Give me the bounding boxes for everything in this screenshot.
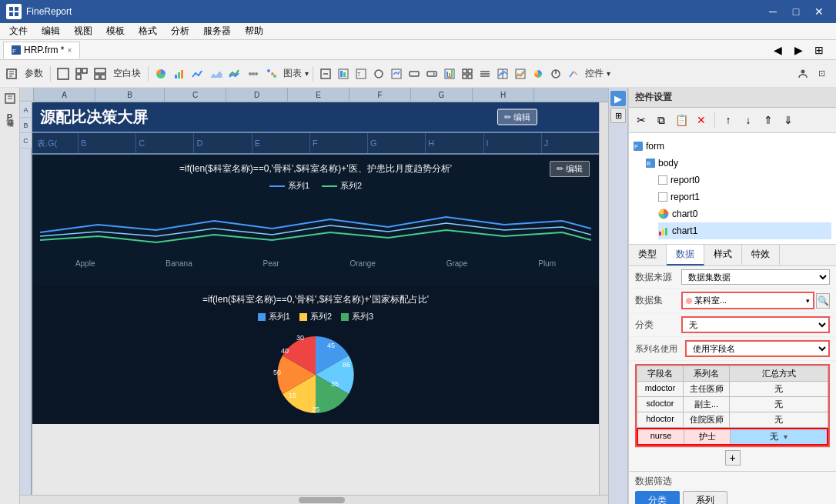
menu-edit[interactable]: 编辑: [35, 23, 66, 39]
rtoolbar-delete[interactable]: ✕: [692, 111, 711, 129]
filter-tabs: 分类 系列: [635, 491, 830, 504]
ctrl-13[interactable]: [530, 65, 547, 82]
tab-style[interactable]: 样式: [704, 245, 742, 265]
left-icon-1[interactable]: [2, 90, 18, 107]
maximize-button[interactable]: □: [785, 3, 807, 20]
left-icon-2[interactable]: P: [2, 108, 18, 125]
chart-area-btn[interactable]: [208, 65, 225, 82]
chart-scatter-btn[interactable]: [263, 65, 280, 82]
tab-data[interactable]: 数据: [667, 245, 704, 265]
ctrl-6[interactable]: [406, 65, 423, 82]
ctrl-1[interactable]: [317, 65, 334, 82]
series-row-2[interactable]: hdoctor 住院医师 无: [637, 412, 828, 428]
tree-form[interactable]: F form: [634, 138, 831, 155]
arrow-right-btn[interactable]: ▶: [789, 41, 808, 59]
menu-server[interactable]: 服务器: [197, 23, 237, 39]
series-row-1[interactable]: sdoctor 副主... 无: [637, 397, 828, 412]
expand2-btn[interactable]: ⊡: [813, 65, 830, 82]
ctrl-3[interactable]: T: [353, 65, 370, 82]
chart-bar-btn[interactable]: [171, 65, 188, 82]
canvas-scroll[interactable]: 源配比决策大屏 ✏ 编辑 表.G( B: [32, 102, 599, 495]
menu-view[interactable]: 视图: [68, 23, 99, 39]
expand-btn[interactable]: ⊞: [810, 41, 828, 59]
agg-3[interactable]: 无 ▾: [731, 429, 827, 444]
panel-toggle-btn[interactable]: ▶: [610, 91, 626, 106]
rtoolbar-cut[interactable]: ✂: [632, 111, 650, 129]
datasource-select[interactable]: 数据集数据: [681, 269, 830, 285]
tab-close-icon[interactable]: ×: [67, 46, 72, 55]
rtoolbar-paste[interactable]: 📋: [672, 111, 691, 129]
series-row-3[interactable]: nurse 护士 无 ▾: [637, 428, 828, 446]
chart-pie-btn[interactable]: [152, 65, 169, 82]
tree-report0[interactable]: report0: [658, 172, 831, 189]
ctrl-7[interactable]: [423, 65, 440, 82]
panel-icon-2[interactable]: ⊞: [610, 108, 626, 123]
chart-line2-btn[interactable]: [226, 65, 243, 82]
tree-body[interactable]: B body: [646, 155, 831, 172]
filter-tab-series[interactable]: 系列: [683, 491, 727, 504]
blank-block-btn1[interactable]: [55, 65, 72, 82]
rtoolbar-down2[interactable]: ⇓: [779, 111, 798, 129]
tree-chart0[interactable]: chart0: [658, 205, 831, 222]
ctrl-11[interactable]: [494, 65, 511, 82]
close-button[interactable]: ✕: [808, 3, 830, 20]
svg-rect-1: [15, 7, 18, 11]
controls-arrow-icon[interactable]: ▾: [607, 69, 610, 78]
legend2-item-3: 系列3: [341, 311, 373, 322]
svg-text:F: F: [12, 48, 16, 55]
chart1-edit-btn[interactable]: ✏ 编辑: [550, 161, 590, 177]
field-3: nurse: [638, 429, 684, 444]
series-usage-select[interactable]: 使用字段名: [685, 340, 830, 357]
series-row-0[interactable]: mdoctor 主任医师 无: [637, 382, 828, 397]
chart-arrow-icon[interactable]: ▾: [305, 69, 309, 78]
menu-help[interactable]: 帮助: [239, 23, 269, 39]
ctrl-9[interactable]: [459, 65, 476, 82]
title-edit-btn[interactable]: ✏ 编辑: [497, 109, 537, 125]
chart-more-btn[interactable]: [245, 65, 262, 82]
rtoolbar-down[interactable]: ↓: [739, 111, 757, 129]
ctrl-15[interactable]: [565, 65, 582, 82]
menu-file[interactable]: 文件: [3, 23, 34, 39]
dataset-value[interactable]: 某科室... ▾ 🔍: [681, 292, 830, 309]
window-controls: ─ □ ✕: [762, 3, 830, 20]
rtoolbar-copy[interactable]: ⧉: [652, 111, 670, 129]
ctrl-8[interactable]: [441, 65, 458, 82]
menu-analyze[interactable]: 分析: [165, 23, 196, 39]
ctrl-12[interactable]: [512, 65, 529, 82]
ctrl-4[interactable]: [370, 65, 387, 82]
dataset-select[interactable]: 某科室... ▾: [681, 292, 814, 309]
add-series-btn[interactable]: +: [725, 450, 741, 466]
grid-cell-g: G: [368, 133, 426, 153]
tree-report1[interactable]: report1: [658, 189, 831, 205]
params-btn[interactable]: [3, 65, 20, 82]
dataset-search-btn[interactable]: 🔍: [816, 293, 830, 309]
minimize-button[interactable]: ─: [762, 3, 784, 20]
svg-rect-42: [451, 70, 453, 77]
right-sep: [714, 112, 715, 128]
filter-tab-category[interactable]: 分类: [635, 491, 680, 504]
tree-chart1-icon: [658, 225, 669, 236]
tab-effects[interactable]: 特效: [742, 245, 780, 265]
horizontal-scrollbar[interactable]: [20, 495, 608, 504]
chart-line-btn[interactable]: [189, 65, 206, 82]
field-1: sdoctor: [637, 397, 684, 412]
ctrl-14[interactable]: [547, 65, 564, 82]
ctrl-5[interactable]: [388, 65, 405, 82]
props-tabs: 类型 数据 样式 特效: [629, 245, 836, 266]
arrow-left-btn[interactable]: ◀: [768, 41, 787, 59]
ctrl-10[interactable]: [477, 65, 493, 82]
rtoolbar-up[interactable]: ↑: [719, 111, 737, 129]
person-icon[interactable]: [794, 65, 811, 82]
vertical-scrollbar[interactable]: [599, 102, 608, 495]
col-field: 字段名: [637, 366, 684, 381]
tab-hrp[interactable]: F HRP.frm * ×: [3, 42, 80, 58]
menu-format[interactable]: 格式: [132, 23, 163, 39]
menu-template[interactable]: 模板: [100, 23, 131, 39]
tree-chart1[interactable]: chart1: [658, 222, 831, 239]
category-select[interactable]: 无: [681, 316, 830, 333]
ctrl-2[interactable]: [335, 65, 352, 82]
rtoolbar-up2[interactable]: ⇑: [759, 111, 777, 129]
tab-type[interactable]: 类型: [629, 245, 667, 265]
blank-block-btn2[interactable]: [73, 65, 90, 82]
blank-block-btn3[interactable]: [92, 65, 109, 82]
